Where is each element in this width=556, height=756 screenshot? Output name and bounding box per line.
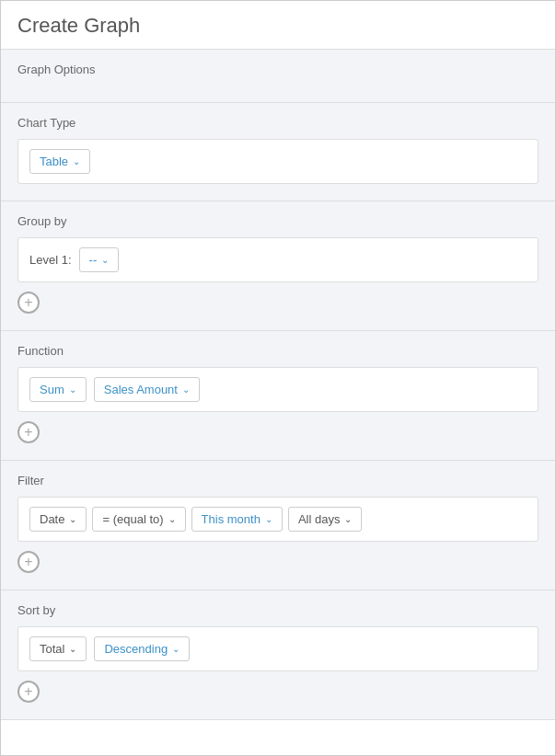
function-section: Function Sum ⌄ Sales Amount ⌄ + (1, 331, 555, 461)
sort-by-label: Sort by (17, 603, 539, 617)
function-field-chevron-icon: ⌄ (182, 384, 190, 395)
sort-direction-dropdown[interactable]: Descending ⌄ (94, 636, 190, 661)
group-by-chevron-icon: ⌄ (101, 255, 109, 265)
sort-direction-value: Descending (104, 642, 168, 656)
function-field-value: Sales Amount (104, 383, 178, 396)
filter-value-value: This month (202, 512, 261, 526)
group-by-row: Level 1: -- ⌄ (29, 247, 119, 272)
function-label: Function (17, 344, 539, 358)
filter-value-chevron-icon: ⌄ (265, 514, 272, 524)
group-by-value: -- (89, 253, 98, 267)
filter-field-dropdown[interactable]: Date ⌄ (29, 507, 87, 532)
sort-direction-chevron-icon: ⌄ (172, 644, 180, 654)
filter-operator-chevron-icon: ⌄ (168, 514, 176, 524)
add-group-by-button[interactable]: + (17, 292, 40, 314)
sort-by-content: Total ⌄ Descending ⌄ (17, 626, 539, 671)
group-by-dropdown[interactable]: -- ⌄ (79, 247, 120, 272)
add-filter-button[interactable]: + (17, 551, 40, 573)
function-field-dropdown[interactable]: Sales Amount ⌄ (94, 377, 200, 402)
sort-field-chevron-icon: ⌄ (69, 644, 76, 654)
chart-type-label: Chart Type (17, 116, 539, 130)
filter-section: Filter Date ⌄ = (equal to) ⌄ This month … (1, 461, 555, 590)
graph-options-section: Graph Options (1, 50, 555, 103)
function-content: Sum ⌄ Sales Amount ⌄ (17, 367, 539, 412)
function-agg-dropdown[interactable]: Sum ⌄ (29, 377, 87, 402)
page-container: Create Graph Graph Options Chart Type Ta… (0, 0, 556, 756)
function-agg-value: Sum (40, 383, 64, 396)
chart-type-value: Table (40, 155, 68, 168)
level-label: Level 1: (29, 253, 72, 267)
group-by-content: Level 1: -- ⌄ (17, 237, 539, 282)
group-by-label: Group by (17, 214, 539, 228)
group-by-section: Group by Level 1: -- ⌄ + (1, 201, 555, 331)
sort-field-value: Total (40, 642, 64, 656)
add-function-button[interactable]: + (17, 421, 40, 443)
filter-time-value: All days (298, 512, 341, 526)
add-sort-button[interactable]: + (17, 681, 40, 703)
chart-type-content: Table ⌄ (17, 139, 539, 184)
filter-time-dropdown[interactable]: All days ⌄ (288, 507, 363, 532)
filter-time-chevron-icon: ⌄ (344, 514, 352, 524)
filter-label: Filter (17, 474, 539, 487)
filter-operator-dropdown[interactable]: = (equal to) ⌄ (92, 507, 185, 532)
filter-value-dropdown[interactable]: This month ⌄ (191, 507, 283, 532)
chart-type-section: Chart Type Table ⌄ (1, 103, 555, 201)
chart-type-chevron-icon: ⌄ (73, 156, 80, 166)
filter-operator-value: = (equal to) (102, 512, 163, 526)
sort-field-dropdown[interactable]: Total ⌄ (29, 636, 87, 661)
page-title: Create Graph (1, 1, 555, 50)
function-agg-chevron-icon: ⌄ (69, 384, 76, 395)
filter-content: Date ⌄ = (equal to) ⌄ This month ⌄ All d… (17, 497, 539, 542)
filter-row: Date ⌄ = (equal to) ⌄ This month ⌄ All d… (29, 507, 362, 532)
sort-by-section: Sort by Total ⌄ Descending ⌄ + (1, 590, 555, 720)
filter-field-chevron-icon: ⌄ (69, 514, 76, 524)
chart-type-dropdown[interactable]: Table ⌄ (29, 149, 90, 174)
graph-options-label: Graph Options (17, 63, 539, 76)
filter-field-value: Date (40, 512, 64, 526)
